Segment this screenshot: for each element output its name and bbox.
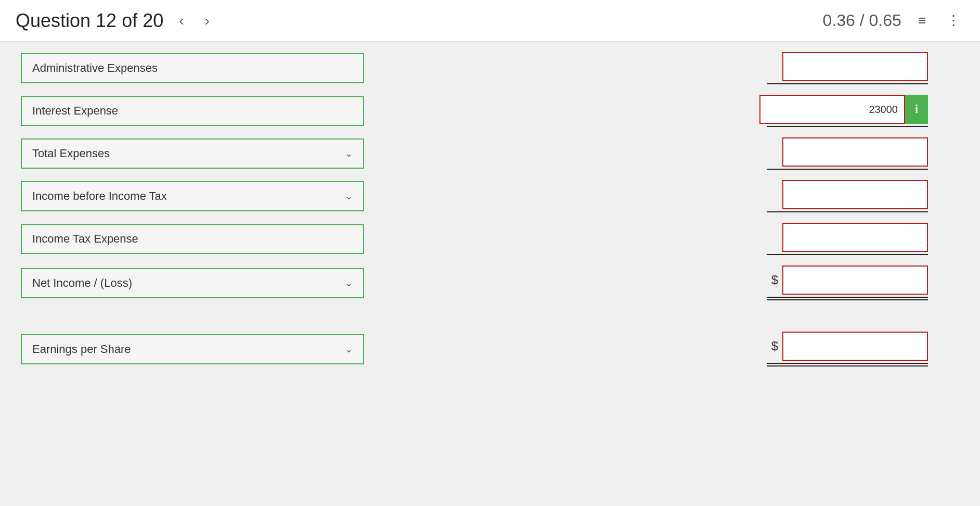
income-tax-expense-label: Income Tax Expense	[21, 224, 364, 254]
earnings-dropdown-icon: ⌄	[345, 344, 353, 355]
question-title: Question 12 of 20	[16, 10, 163, 32]
label-area-total: Total Expenses ⌄	[21, 138, 385, 169]
interest-input-group: i	[759, 95, 928, 124]
label-area-earnings: Earnings per Share ⌄	[21, 334, 385, 364]
row-income-before-tax: Income before Income Tax ⌄	[21, 180, 959, 212]
net-income-input[interactable]	[782, 265, 928, 295]
next-button[interactable]: ›	[200, 10, 215, 31]
net-income-dropdown-icon: ⌄	[345, 277, 353, 289]
header-left: Question 12 of 20 ‹ ›	[16, 10, 215, 32]
row-income-tax-expense: Income Tax Expense	[21, 223, 959, 255]
prev-button[interactable]: ‹	[174, 10, 189, 31]
admin-expenses-input[interactable]	[782, 52, 928, 81]
interest-underline	[767, 126, 928, 127]
input-wrapper-net-income: $	[767, 265, 928, 300]
main-content: Administrative Expenses Interest Expense…	[0, 52, 980, 408]
input-area-income-tax	[385, 223, 959, 255]
total-expenses-label[interactable]: Total Expenses ⌄	[21, 138, 364, 169]
input-area-admin	[385, 52, 959, 84]
income-tax-expense-input[interactable]	[782, 223, 928, 252]
input-wrapper-admin	[767, 52, 928, 84]
earnings-underline2	[767, 365, 928, 366]
input-area-total	[385, 137, 959, 170]
score-display: 0.36 / 0.65	[823, 11, 901, 30]
total-underline	[767, 169, 928, 170]
input-wrapper-income-before	[767, 180, 928, 212]
earnings-per-share-input[interactable]	[782, 332, 928, 361]
income-tax-underline	[767, 254, 928, 255]
more-options-button[interactable]: ⋮	[943, 10, 964, 31]
input-wrapper-income-tax	[767, 223, 928, 255]
interest-expense-label: Interest Expense	[21, 96, 364, 126]
net-income-dollar-sign: $	[771, 273, 778, 287]
input-wrapper-total	[767, 137, 928, 170]
total-expenses-input[interactable]	[782, 137, 928, 167]
interest-info-button[interactable]: i	[905, 95, 928, 124]
row-net-income: Net Income / (Loss) ⌄ $	[21, 265, 959, 300]
net-income-dollar-row: $	[771, 265, 928, 295]
row-total-expenses: Total Expenses ⌄	[21, 137, 959, 170]
admin-underline	[767, 83, 928, 84]
label-area-income-before: Income before Income Tax ⌄	[21, 181, 385, 211]
total-expenses-dropdown-icon: ⌄	[345, 148, 353, 159]
list-icon-button[interactable]: ≡	[914, 10, 930, 31]
input-area-income-before	[385, 180, 959, 212]
input-wrapper-interest: i	[759, 95, 928, 127]
info-icon: i	[915, 103, 918, 116]
earnings-dollar-sign: $	[771, 339, 778, 353]
input-area-interest: i	[385, 95, 959, 127]
label-area-interest: Interest Expense	[21, 96, 385, 126]
input-area-earnings: $	[385, 332, 959, 366]
spacer	[21, 311, 959, 332]
page-header: Question 12 of 20 ‹ › 0.36 / 0.65 ≡ ⋮	[0, 0, 980, 42]
admin-expenses-label: Administrative Expenses	[21, 53, 364, 83]
list-icon: ≡	[918, 12, 926, 28]
income-before-tax-input[interactable]	[782, 180, 928, 209]
label-area-net-income: Net Income / (Loss) ⌄	[21, 268, 385, 298]
earnings-underline1	[767, 363, 928, 364]
income-before-tax-label[interactable]: Income before Income Tax ⌄	[21, 181, 364, 211]
row-interest-expense: Interest Expense i	[21, 95, 959, 127]
input-wrapper-earnings: $	[767, 332, 928, 366]
net-income-underline2	[767, 299, 928, 300]
income-before-underline	[767, 211, 928, 212]
earnings-per-share-label[interactable]: Earnings per Share ⌄	[21, 334, 364, 364]
more-icon: ⋮	[947, 12, 960, 28]
label-area-income-tax: Income Tax Expense	[21, 224, 385, 254]
header-right: 0.36 / 0.65 ≡ ⋮	[823, 10, 964, 31]
net-income-underline1	[767, 297, 928, 298]
interest-expense-input[interactable]	[759, 95, 905, 124]
net-income-label[interactable]: Net Income / (Loss) ⌄	[21, 268, 364, 298]
input-area-net-income: $	[385, 265, 959, 300]
row-admin-expenses: Administrative Expenses	[21, 52, 959, 84]
row-earnings-per-share: Earnings per Share ⌄ $	[21, 332, 959, 366]
earnings-dollar-row: $	[771, 332, 928, 361]
label-area-admin: Administrative Expenses	[21, 53, 385, 83]
income-before-dropdown-icon: ⌄	[345, 191, 353, 202]
